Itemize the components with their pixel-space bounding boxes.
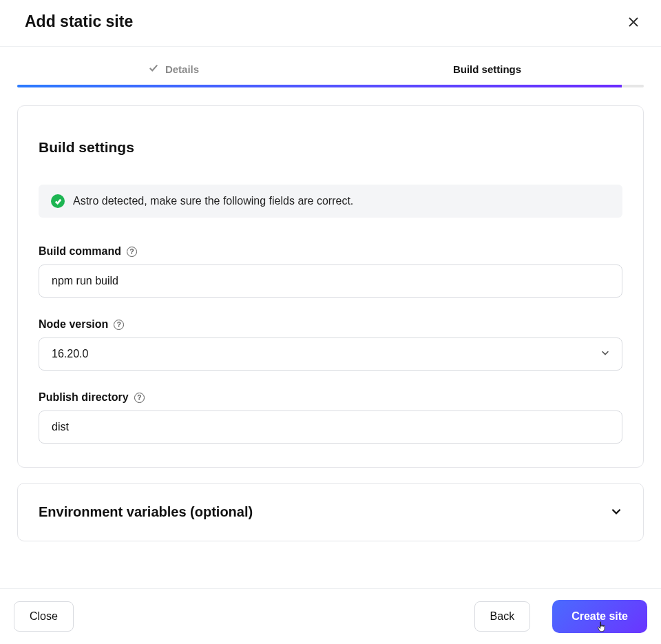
progress-track [17,85,644,87]
step-label: Details [165,63,199,75]
env-vars-heading: Environment variables (optional) [39,504,253,520]
build-settings-heading: Build settings [39,139,622,156]
footer: Close Back Create site [0,588,661,644]
progress-fill [17,85,622,87]
check-circle-icon [51,194,65,208]
field-label: Node version [39,318,108,331]
step-label: Build settings [453,63,521,75]
check-icon [149,63,158,75]
notice-text: Astro detected, make sure the following … [73,195,353,207]
field-label: Publish directory [39,391,129,404]
build-settings-card: Build settings Astro detected, make sure… [17,105,644,468]
node-version-select[interactable] [39,337,622,371]
chevron-down-icon [610,505,622,520]
publish-directory-field: Publish directory ? [39,391,622,444]
build-command-field: Build command ? [39,245,622,298]
cursor-pointer-icon [596,621,608,636]
framework-detected-notice: Astro detected, make sure the following … [39,185,622,218]
close-button[interactable]: Close [14,601,74,632]
publish-directory-input[interactable] [39,411,622,444]
step-details[interactable]: Details [17,63,330,85]
close-icon[interactable] [625,14,642,30]
help-icon[interactable]: ? [114,320,124,330]
stepper: Details Build settings [17,63,644,85]
create-site-button[interactable]: Create site [552,600,647,633]
back-button[interactable]: Back [474,601,531,632]
help-icon[interactable]: ? [134,393,145,403]
node-version-field: Node version ? [39,318,622,371]
page-title: Add static site [25,12,133,31]
help-icon[interactable]: ? [127,247,137,257]
field-label: Build command [39,245,121,258]
build-command-input[interactable] [39,264,622,298]
env-vars-section[interactable]: Environment variables (optional) [17,483,644,541]
step-build-settings[interactable]: Build settings [330,63,644,85]
